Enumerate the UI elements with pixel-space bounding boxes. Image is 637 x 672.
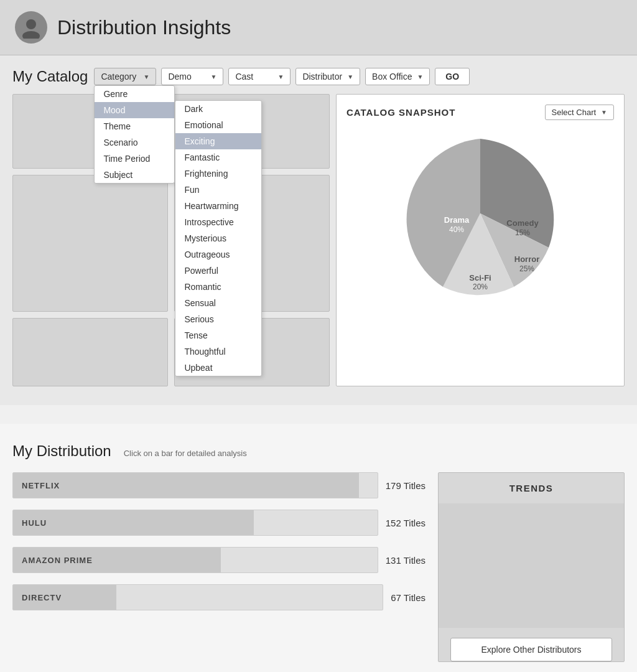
- comedy-label: Comedy: [506, 218, 539, 228]
- mood-item-tense[interactable]: Tense: [175, 327, 261, 343]
- catalog-section: My Catalog Category ▼ Genre Mood Theme S…: [0, 55, 637, 405]
- spacer: [0, 405, 637, 424]
- mood-item-dark[interactable]: Dark: [175, 101, 261, 117]
- catalog-snapshot: CATALOG SNAPSHOT Select Chart ▼: [336, 94, 625, 386]
- trends-body: [439, 503, 624, 628]
- mood-item-powerful[interactable]: Powerful: [175, 263, 261, 279]
- click-hint: Click on a bar for detailed analysis: [124, 449, 247, 458]
- mood-submenu: Dark Emotional Exciting Fantastic Fright…: [175, 100, 262, 376]
- hulu-label: HULU: [22, 518, 47, 528]
- mood-item-heartwarming[interactable]: Heartwarming: [175, 198, 261, 214]
- box-office-filter[interactable]: Box Office ▼: [365, 68, 430, 85]
- select-chart-label: Select Chart: [552, 108, 597, 117]
- category-label: Category: [101, 72, 136, 82]
- category-menu-item-genre[interactable]: Genre: [95, 86, 174, 102]
- demo-filter[interactable]: Demo ▼: [161, 68, 223, 85]
- category-menu-item-theme[interactable]: Theme: [95, 118, 174, 134]
- directv-count: 67 Titles: [391, 592, 425, 603]
- avatar: [15, 11, 47, 44]
- box-office-chevron-icon: ▼: [417, 73, 423, 80]
- mood-item-mysterious[interactable]: Mysterious: [175, 230, 261, 246]
- netflix-count: 179 Titles: [386, 480, 425, 491]
- mood-item-thoughtful[interactable]: Thoughtful: [175, 343, 261, 360]
- explore-distributors-button[interactable]: Explore Other Distributors: [450, 638, 612, 661]
- mood-item-fun[interactable]: Fun: [175, 182, 261, 198]
- cast-label: Cast: [235, 72, 253, 82]
- mood-item-upbeat[interactable]: Upbeat: [175, 360, 261, 376]
- distribution-bars: NETFLIX 179 Titles HULU 152 Titles AMAZO…: [12, 472, 425, 662]
- pie-chart-container: Drama 40% Comedy 15% Horror 25% Sci-Fi 2…: [346, 126, 614, 301]
- demo-label: Demo: [168, 72, 191, 82]
- amazon-bar-row: AMAZON PRIME 131 Titles: [12, 547, 425, 573]
- category-filter[interactable]: Category ▼: [94, 68, 156, 85]
- amazon-label: AMAZON PRIME: [22, 556, 93, 565]
- filters-bar: Category ▼ Genre Mood Theme Scenario Tim…: [94, 68, 470, 85]
- scifi-label: Sci-Fi: [469, 273, 491, 282]
- go-button[interactable]: GO: [435, 68, 470, 85]
- directv-bar-fill: DIRECTV: [13, 585, 116, 610]
- category-menu-item-subject[interactable]: Subject: [95, 167, 174, 183]
- svg-point-1: [22, 31, 40, 39]
- mood-item-exciting[interactable]: Exciting: [175, 133, 261, 149]
- trends-title: TRENDS: [439, 473, 624, 503]
- cast-chevron-icon: ▼: [277, 73, 284, 80]
- category-dropdown-wrapper: Category ▼ Genre Mood Theme Scenario Tim…: [94, 68, 156, 85]
- mood-item-introspective[interactable]: Introspective: [175, 214, 261, 230]
- demo-chevron-icon: ▼: [210, 73, 216, 80]
- distribution-header: My Distribution Click on a bar for detai…: [12, 442, 625, 460]
- category-menu-item-time-period[interactable]: Time Period: [95, 151, 174, 167]
- snapshot-title: CATALOG SNAPSHOT: [346, 107, 455, 118]
- drama-label: Drama: [444, 215, 470, 225]
- hulu-bar-track[interactable]: HULU: [12, 510, 378, 536]
- mood-item-sensual[interactable]: Sensual: [175, 295, 261, 311]
- distributor-label: Distributor: [302, 72, 342, 82]
- app-title: Distribution Insights: [57, 16, 231, 39]
- mood-item-serious[interactable]: Serious: [175, 311, 261, 327]
- netflix-label: NETFLIX: [22, 481, 60, 490]
- distributor-chevron-icon: ▼: [347, 73, 353, 80]
- hulu-bar-fill: HULU: [13, 510, 254, 535]
- drama-percent: 40%: [449, 225, 464, 234]
- distribution-section: My Distribution Click on a bar for detai…: [0, 424, 637, 672]
- svg-point-0: [26, 19, 36, 29]
- amazon-bar-fill: AMAZON PRIME: [13, 548, 221, 572]
- netflix-bar-fill: NETFLIX: [13, 473, 359, 498]
- comedy-percent: 15%: [515, 228, 530, 237]
- hulu-count: 152 Titles: [386, 518, 425, 528]
- catalog-title: My Catalog: [12, 68, 88, 85]
- app-header: Distribution Insights: [0, 0, 637, 55]
- grid-cell-mid-left: [12, 175, 168, 312]
- grid-cell-bot-left: [12, 318, 168, 386]
- category-menu-item-mood[interactable]: Mood: [95, 102, 174, 118]
- netflix-bar-track[interactable]: NETFLIX: [12, 472, 378, 498]
- snapshot-header: CATALOG SNAPSHOT Select Chart ▼: [346, 105, 614, 120]
- distribution-content: NETFLIX 179 Titles HULU 152 Titles AMAZO…: [12, 472, 625, 662]
- mood-item-emotional[interactable]: Emotional: [175, 117, 261, 133]
- cast-filter[interactable]: Cast ▼: [228, 68, 291, 85]
- distribution-title: My Distribution: [12, 442, 111, 460]
- box-office-label: Box Office: [372, 72, 412, 82]
- directv-label: DIRECTV: [22, 593, 62, 602]
- directv-bar-row: DIRECTV 67 Titles: [12, 584, 425, 610]
- pie-chart: Drama 40% Comedy 15% Horror 25% Sci-Fi 2…: [387, 126, 574, 301]
- select-chart-button[interactable]: Select Chart ▼: [545, 105, 614, 120]
- category-menu: Genre Mood Theme Scenario Time Period Su…: [94, 85, 175, 184]
- amazon-count: 131 Titles: [386, 555, 425, 566]
- horror-percent: 25%: [519, 264, 534, 273]
- trends-panel: TRENDS Explore Other Distributors: [438, 472, 625, 662]
- catalog-section-header: My Catalog Category ▼ Genre Mood Theme S…: [12, 68, 625, 85]
- select-chart-chevron-icon: ▼: [601, 109, 607, 116]
- horror-label: Horror: [514, 254, 539, 264]
- scifi-percent: 20%: [473, 282, 488, 291]
- distributor-filter[interactable]: Distributor ▼: [295, 68, 360, 85]
- amazon-bar-track[interactable]: AMAZON PRIME: [12, 547, 378, 573]
- mood-item-outrageous[interactable]: Outrageous: [175, 246, 261, 263]
- hulu-bar-row: HULU 152 Titles: [12, 510, 425, 536]
- mood-item-romantic[interactable]: Romantic: [175, 279, 261, 295]
- netflix-bar-row: NETFLIX 179 Titles: [12, 472, 425, 498]
- mood-item-frightening[interactable]: Frightening: [175, 166, 261, 182]
- directv-bar-track[interactable]: DIRECTV: [12, 584, 383, 610]
- mood-item-fantastic[interactable]: Fantastic: [175, 149, 261, 166]
- category-chevron-icon: ▼: [143, 73, 149, 80]
- category-menu-item-scenario[interactable]: Scenario: [95, 134, 174, 151]
